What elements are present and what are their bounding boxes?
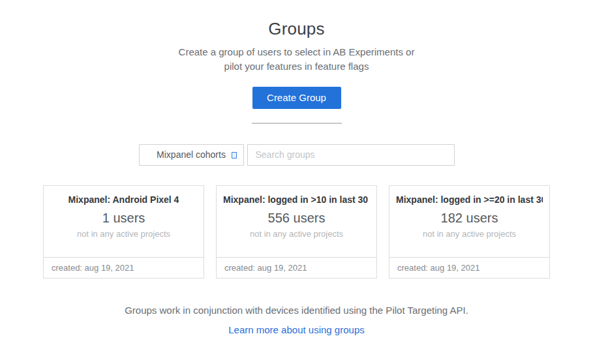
page-subtitle-line-2: pilot your features in feature flags (0, 59, 593, 74)
group-cards-row: Mixpanel: Android Pixel 4 1 users not in… (0, 185, 593, 279)
group-card-body: Mixpanel: Android Pixel 4 1 users not in… (44, 186, 204, 257)
group-card-created: created: aug 19, 2021 (224, 263, 307, 273)
group-card-footer: created: aug 19, 2021 (44, 257, 204, 278)
page-title: Groups (0, 19, 593, 39)
group-card-footer: created: aug 19, 2021 (217, 257, 376, 278)
group-card-status: not in any active projects (223, 229, 370, 239)
group-card-user-count: 1 users (50, 211, 197, 226)
group-card-body: Mixpanel: logged in >=20 in last 30... 1… (389, 186, 549, 257)
group-card-title: Mixpanel: logged in >10 in last 30 ... (223, 194, 370, 205)
search-groups-input[interactable] (247, 144, 455, 166)
group-card-status: not in any active projects (396, 229, 543, 239)
group-card[interactable]: Mixpanel: logged in >=20 in last 30... 1… (389, 185, 550, 279)
footer-link-wrap: Learn more about using groups (0, 324, 593, 336)
dropdown-indicator-icon (232, 152, 237, 159)
group-card-body: Mixpanel: logged in >10 in last 30 ... 5… (217, 186, 376, 257)
page-header: Groups Create a group of users to select… (0, 0, 593, 124)
group-card[interactable]: Mixpanel: Android Pixel 4 1 users not in… (43, 185, 204, 279)
group-card-created: created: aug 19, 2021 (52, 263, 134, 273)
footer-info-text: Groups work in conjunction with devices … (0, 305, 593, 316)
group-card-footer: created: aug 19, 2021 (389, 257, 549, 278)
group-card-created: created: aug 19, 2021 (397, 263, 480, 273)
group-card-user-count: 556 users (223, 211, 370, 226)
group-card-title: Mixpanel: logged in >=20 in last 30... (396, 194, 543, 205)
filter-row: Mixpanel cohorts (0, 144, 593, 166)
group-card-user-count: 182 users (396, 211, 543, 226)
cohort-select-value: Mixpanel cohorts (157, 149, 226, 160)
learn-more-link[interactable]: Learn more about using groups (228, 324, 364, 335)
create-group-button[interactable]: Create Group (252, 87, 341, 109)
header-divider (252, 123, 342, 124)
cohort-source-select[interactable]: Mixpanel cohorts (139, 144, 244, 166)
groups-page: Groups Create a group of users to select… (0, 0, 593, 364)
page-subtitle-line-1: Create a group of users to select in AB … (0, 45, 593, 59)
group-card-title: Mixpanel: Android Pixel 4 (50, 194, 197, 205)
group-card-status: not in any active projects (50, 229, 197, 239)
group-card[interactable]: Mixpanel: logged in >10 in last 30 ... 5… (216, 185, 377, 279)
